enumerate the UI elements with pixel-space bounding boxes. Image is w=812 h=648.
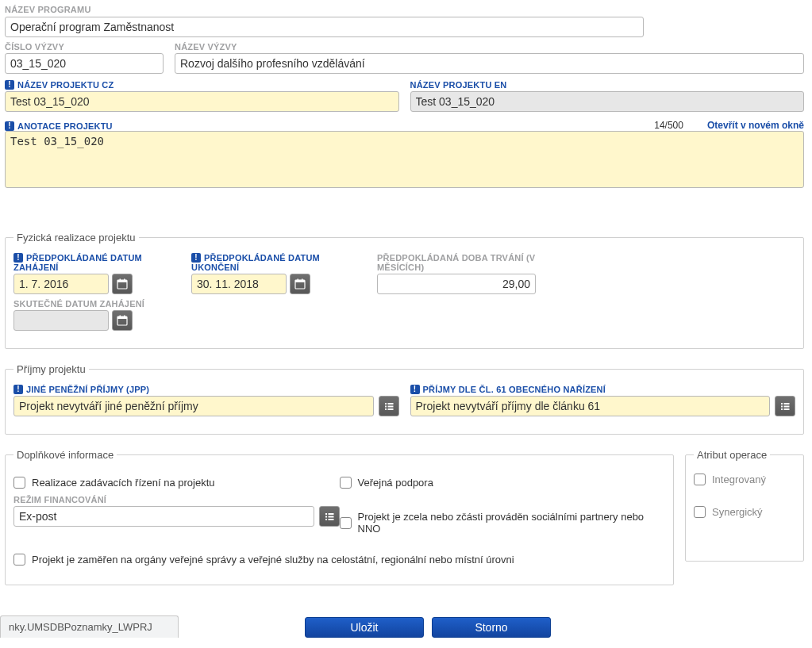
call-name-input[interactable] [175, 53, 804, 74]
svg-rect-7 [302, 279, 303, 282]
actual-start-input[interactable] [13, 310, 109, 331]
required-icon: ! [13, 253, 23, 263]
synergic-checkbox-label: Synergický [712, 506, 763, 518]
planned-start-label: !PŘEDPOKLÁDANÉ DATUM ZAHÁJENÍ [13, 253, 180, 272]
svg-rect-28 [325, 519, 327, 520]
public-support-checkbox[interactable] [340, 477, 352, 489]
tab-stub[interactable]: nky.UMSDBPoznamky_LWPRJ [0, 615, 179, 638]
list-icon [779, 401, 791, 412]
svg-rect-6 [298, 279, 299, 282]
income-fieldset: Příjmy projektu !JINÉ PENĚŽNÍ PŘÍJMY (JP… [5, 363, 804, 435]
calendar-icon [117, 278, 128, 289]
realization-fieldset: Fyzická realizace projektu !PŘEDPOKLÁDAN… [5, 232, 804, 349]
art61-label: !PŘÍJMY DLE ČL. 61 OBECNÉHO NAŘÍZENÍ [410, 385, 796, 394]
svg-rect-22 [781, 408, 783, 410]
tenders-checkbox-label: Realizace zadávacích řízení na projektu [32, 477, 215, 489]
svg-rect-19 [784, 403, 790, 405]
duration-input[interactable] [377, 274, 536, 294]
svg-rect-23 [784, 408, 790, 410]
public-support-checkbox-label: Veřejná podpora [358, 477, 433, 489]
planned-start-input[interactable] [13, 274, 109, 294]
svg-rect-9 [117, 316, 127, 319]
project-name-cz-input[interactable] [5, 91, 399, 112]
svg-rect-24 [325, 513, 327, 515]
required-icon: ! [5, 80, 14, 90]
calendar-icon-button[interactable] [112, 274, 133, 294]
extras-fieldset: Doplňkové informace Realizace zadávacích… [5, 449, 674, 585]
list-icon [324, 511, 335, 522]
list-picker-button[interactable] [775, 396, 795, 416]
calendar-icon-button[interactable] [290, 274, 310, 294]
svg-rect-10 [120, 316, 121, 318]
public-bodies-checkbox-label: Projekt je zaměřen na orgány veřejné spr… [32, 554, 514, 566]
svg-rect-25 [328, 513, 333, 515]
actual-start-label: SKUTEČNÉ DATUM ZAHÁJENÍ [13, 299, 180, 309]
jpp-label: !JINÉ PENĚŽNÍ PŘÍJMY (JPP) [13, 385, 399, 394]
realization-legend: Fyzická realizace projektu [13, 232, 139, 243]
integrated-checkbox[interactable] [694, 474, 706, 485]
calendar-icon [117, 315, 128, 326]
social-partners-checkbox[interactable] [340, 517, 352, 529]
art61-input[interactable] [410, 396, 771, 416]
cancel-button[interactable]: Storno [432, 617, 551, 638]
program-name-label: NÁZEV PROGRAMU [5, 5, 644, 14]
synergic-checkbox[interactable] [694, 506, 706, 518]
svg-rect-18 [781, 403, 783, 405]
svg-rect-5 [295, 280, 305, 282]
svg-rect-26 [325, 516, 327, 518]
open-in-new-window-link[interactable]: Otevřít v novém okně [707, 120, 804, 131]
svg-rect-1 [117, 280, 127, 282]
required-icon: ! [410, 385, 420, 394]
svg-rect-16 [385, 408, 387, 410]
attribute-fieldset: Atribut operace Integrovaný Synergický [685, 449, 804, 562]
project-name-en-label: NÁZEV PROJEKTU EN [410, 80, 805, 90]
save-button[interactable]: Uložit [305, 617, 424, 638]
svg-rect-14 [385, 406, 387, 408]
svg-rect-27 [328, 516, 333, 518]
required-icon: ! [13, 385, 23, 394]
annotation-textarea[interactable]: Test 03_15_020 [5, 131, 804, 188]
duration-label: PŘEDPOKLÁDANÁ DOBA TRVÁNÍ (V MĚSÍCÍCH) [377, 253, 583, 272]
financing-mode-label: REŽIM FINANCOVÁNÍ [13, 495, 340, 504]
annotation-counter: 14/500 [654, 120, 683, 131]
call-number-input[interactable] [5, 53, 164, 74]
annotation-label: !ANOTACE PROJEKTU [5, 121, 113, 131]
svg-rect-12 [385, 403, 387, 405]
list-icon [383, 401, 394, 412]
attribute-legend: Atribut operace [694, 449, 770, 461]
integrated-checkbox-label: Integrovaný [712, 474, 766, 485]
project-name-cz-label: !NÁZEV PROJEKTU CZ [5, 80, 399, 90]
svg-rect-29 [328, 519, 333, 520]
calendar-icon [294, 278, 306, 289]
call-name-label: NÁZEV VÝZVY [175, 42, 804, 52]
svg-rect-2 [120, 279, 121, 282]
program-name-input[interactable] [5, 17, 644, 37]
planned-end-input[interactable] [191, 274, 287, 294]
call-number-label: ČÍSLO VÝZVY [5, 42, 164, 52]
calendar-icon-button[interactable] [112, 310, 133, 331]
svg-rect-11 [124, 316, 125, 318]
svg-rect-17 [387, 408, 393, 410]
jpp-input[interactable] [13, 396, 374, 416]
financing-mode-input[interactable] [13, 506, 314, 527]
svg-rect-15 [387, 406, 393, 408]
social-partners-checkbox-label: Projekt je zcela nebo zčásti prováděn so… [358, 511, 666, 535]
svg-rect-21 [784, 406, 790, 408]
list-picker-button[interactable] [379, 396, 399, 416]
svg-rect-3 [124, 279, 125, 282]
extras-legend: Doplňkové informace [13, 449, 117, 461]
public-bodies-checkbox[interactable] [13, 554, 25, 566]
income-legend: Příjmy projektu [13, 363, 89, 375]
required-icon: ! [191, 253, 201, 263]
list-picker-button[interactable] [319, 506, 340, 527]
tenders-checkbox[interactable] [13, 477, 25, 489]
required-icon: ! [5, 121, 14, 131]
svg-rect-13 [387, 403, 393, 405]
project-name-en-input[interactable] [410, 91, 805, 112]
planned-end-label: !PŘEDPOKLÁDANÉ DATUM UKONČENÍ [191, 253, 366, 272]
svg-rect-20 [781, 406, 783, 408]
